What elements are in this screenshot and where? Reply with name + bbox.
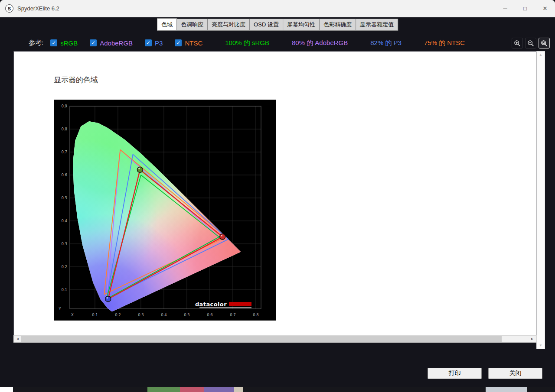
display-primary-marker-highlight <box>138 168 140 169</box>
report-panel: 显示器的色域 <box>13 51 536 335</box>
tab-brightness-contrast[interactable]: 亮度与对比度 <box>207 19 250 31</box>
checked-checkbox-icon[interactable]: ✓ <box>145 39 152 46</box>
svg-text:0.9: 0.9 <box>61 104 67 108</box>
result-p3: 82% 的 P3 <box>370 39 402 47</box>
scroll-down-arrow-icon[interactable]: ▼ <box>537 343 545 347</box>
scroll-right-arrow-icon[interactable]: ► <box>529 336 536 342</box>
checkbox-adobergb-label: AdobeRGB <box>100 39 133 47</box>
tab-color-accuracy[interactable]: 色彩精确度 <box>319 19 356 31</box>
gamut-chart-svg: 0.10.20.30.40.50.60.70.80.10.20.30.40.50… <box>54 100 276 321</box>
gamut-chart: 0.10.20.30.40.50.60.70.80.10.20.30.40.50… <box>54 100 276 321</box>
zoom-toolbar <box>512 38 550 49</box>
svg-text:0.4: 0.4 <box>61 219 67 223</box>
close-button[interactable]: ✕ <box>535 0 555 17</box>
footer-actions: 打印 关闭 <box>428 368 542 379</box>
datacolor-logo-text: datacolor <box>195 301 227 308</box>
svg-text:0.7: 0.7 <box>61 150 67 154</box>
tab-strip: 色域 色调响应 亮度与对比度 OSD 设置 屏幕均匀性 色彩精确度 显示器额定值 <box>157 18 398 31</box>
result-ntsc: 75% 的 NTSC <box>424 39 465 47</box>
checkbox-ntsc-label: NTSC <box>185 39 202 47</box>
window-controls: ─ □ ✕ <box>495 0 555 17</box>
svg-text:0.6: 0.6 <box>61 173 67 177</box>
main-area: 色域 色调响应 亮度与对比度 OSD 设置 屏幕均匀性 色彩精确度 显示器额定值… <box>0 17 555 387</box>
svg-text:X: X <box>71 313 74 317</box>
report-heading: 显示器的色域 <box>54 75 98 85</box>
result-srgb: 100% 的 sRGB <box>225 39 269 47</box>
window-title: SpyderXElite 6.2 <box>17 5 59 12</box>
checkbox-srgb[interactable]: ✓ sRGB <box>50 39 78 47</box>
display-primary-marker <box>137 167 143 172</box>
checked-checkbox-icon[interactable]: ✓ <box>175 39 182 46</box>
svg-text:0.3: 0.3 <box>138 313 144 317</box>
result-adobergb: 80% 的 AdobeRGB <box>292 39 348 47</box>
svg-text:0.6: 0.6 <box>207 313 213 317</box>
svg-text:0.2: 0.2 <box>61 265 67 269</box>
tab-gamut[interactable]: 色域 <box>157 18 177 31</box>
checkbox-ntsc[interactable]: ✓ NTSC <box>175 39 202 47</box>
svg-text:0.2: 0.2 <box>115 313 121 317</box>
vertical-scrollbar[interactable]: ▲ ▼ <box>536 51 545 349</box>
scroll-left-arrow-icon[interactable]: ◄ <box>14 336 21 342</box>
svg-text:Y: Y <box>58 307 61 311</box>
tab-monitor-rating[interactable]: 显示器额定值 <box>356 19 398 31</box>
tab-osd-settings[interactable]: OSD 设置 <box>249 19 283 31</box>
reference-bar: 参考: ✓ sRGB ✓ AdobeRGB ✓ P3 ✓ NTSC 100% 的… <box>0 37 555 49</box>
zoom-in-icon <box>513 39 521 47</box>
title-bar: S SpyderXElite 6.2 ─ □ ✕ <box>0 0 555 17</box>
scroll-up-arrow-icon[interactable]: ▲ <box>537 53 545 57</box>
maximize-button[interactable]: □ <box>515 0 535 17</box>
reference-label: 参考: <box>29 39 43 47</box>
display-primary-marker-highlight <box>221 235 222 236</box>
datacolor-logo-redbar <box>229 302 251 306</box>
horizontal-scrollbar[interactable]: ◄ ► <box>13 335 536 343</box>
tab-screen-uniformity[interactable]: 屏幕均匀性 <box>283 19 320 31</box>
svg-text:0.4: 0.4 <box>161 313 167 317</box>
checked-checkbox-icon[interactable]: ✓ <box>90 39 97 46</box>
zoom-fit-button[interactable] <box>539 38 550 49</box>
tab-tone-response[interactable]: 色调响应 <box>176 19 208 31</box>
checked-checkbox-icon[interactable]: ✓ <box>50 39 57 46</box>
svg-text:0.1: 0.1 <box>61 288 67 292</box>
print-button[interactable]: 打印 <box>428 368 482 379</box>
zoom-out-icon <box>527 39 535 47</box>
app-logo-icon: S <box>5 4 13 13</box>
minimize-button[interactable]: ─ <box>495 0 515 17</box>
svg-text:0.1: 0.1 <box>92 313 98 317</box>
zoom-fit-icon <box>540 39 548 47</box>
app-logo-letter: S <box>8 6 11 11</box>
svg-text:0.5: 0.5 <box>61 196 67 200</box>
svg-text:0.8: 0.8 <box>61 127 67 131</box>
zoom-out-button[interactable] <box>525 38 536 49</box>
display-primary-marker-highlight <box>107 297 108 298</box>
close-dialog-button[interactable]: 关闭 <box>488 368 542 379</box>
checkbox-srgb-label: sRGB <box>60 39 78 47</box>
display-primary-marker <box>105 296 111 302</box>
svg-text:0.7: 0.7 <box>230 313 236 317</box>
checkbox-adobergb[interactable]: ✓ AdobeRGB <box>90 39 133 47</box>
checkbox-p3[interactable]: ✓ P3 <box>145 39 163 47</box>
svg-text:0.3: 0.3 <box>61 242 67 246</box>
display-primary-marker <box>220 234 225 240</box>
svg-text:0.5: 0.5 <box>184 313 190 317</box>
checkbox-p3-label: P3 <box>155 39 163 47</box>
horizontal-scrollbar-thumb[interactable] <box>21 336 502 342</box>
desktop-background-strip <box>0 387 555 392</box>
svg-text:0.8: 0.8 <box>253 313 259 317</box>
zoom-in-button[interactable] <box>512 38 523 49</box>
